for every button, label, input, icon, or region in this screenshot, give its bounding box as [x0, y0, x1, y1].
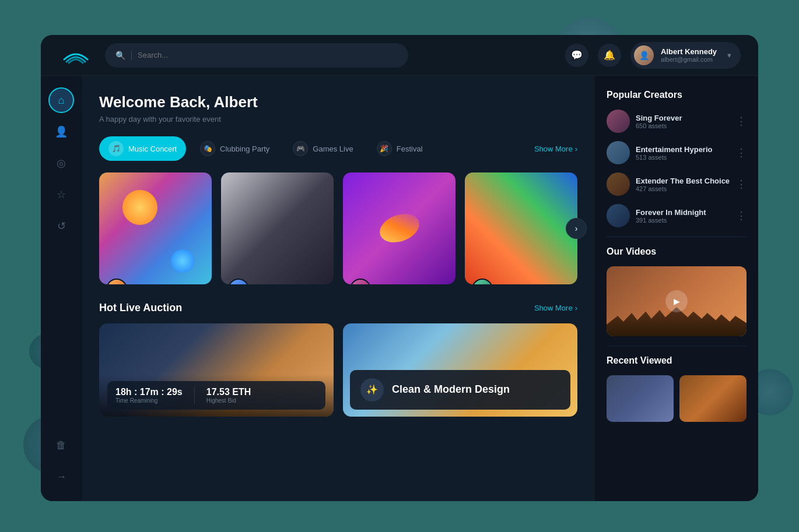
- search-icon: 🔍: [115, 51, 125, 60]
- music-concert-icon: 🎵: [108, 141, 124, 156]
- creator-item-1[interactable]: Sing Forever 650 assets ⋮: [607, 110, 747, 133]
- welcome-subtitle: A happy day with your favorite event: [99, 115, 577, 124]
- modern-design-text: Clean & Modern Design: [392, 383, 510, 396]
- avatar: 👤: [634, 45, 654, 65]
- creator-thumb-3: [607, 172, 630, 196]
- user-email: albert@gmail.com: [661, 56, 717, 63]
- star-icon: ☆: [57, 188, 66, 201]
- tab-games-label: Games Live: [313, 145, 353, 153]
- sidebar-item-profile[interactable]: 👤: [48, 119, 74, 145]
- auction-card-2: ✨ Clean & Modern Design: [343, 323, 577, 417]
- tab-games-live[interactable]: 🎮 Games Live: [283, 136, 362, 161]
- creator-more-icon-4[interactable]: ⋮: [736, 210, 747, 221]
- sidebar-item-home[interactable]: ⌂: [48, 87, 74, 113]
- creator-name-3: Extender The Best Choice: [636, 177, 730, 185]
- tab-clubbing-label: Clubbing Party: [220, 145, 269, 153]
- tab-music-concert-label: Music Concert: [128, 145, 177, 153]
- divider-2: [607, 346, 747, 346]
- creator-more-icon-3[interactable]: ⋮: [736, 179, 747, 189]
- auction-time-label: Time Reamining: [115, 397, 183, 404]
- show-more-auction-button[interactable]: Show More ›: [534, 304, 577, 312]
- right-sidebar: Popular Creators Sing Forever 650 assets…: [595, 76, 758, 501]
- recent-viewed-grid: [607, 375, 747, 422]
- category-tabs: 🎵 Music Concert 🎭 Clubbing Party 🎮 Games…: [99, 136, 577, 161]
- search-bar[interactable]: 🔍: [105, 43, 408, 68]
- divider-1: [607, 237, 747, 237]
- creator-item-3[interactable]: Extender The Best Choice 427 assets ⋮: [607, 172, 747, 196]
- tab-festival[interactable]: 🎉 Festival: [367, 136, 432, 161]
- home-icon: ⌂: [58, 94, 65, 107]
- creator-item-2[interactable]: Entertaiment Hyperio 513 assets ⋮: [607, 141, 747, 164]
- nft-cards-row: ◈ 1.40ETH 320 Your Brain social media ad…: [99, 172, 577, 284]
- creator-assets-1: 650 assets: [636, 122, 682, 129]
- hot-auction-title: Hot Live Auction: [99, 302, 182, 314]
- topbar: 🔍 💬 🔔 👤 Albert Kennedy albert@gmail.com …: [41, 35, 758, 76]
- welcome-title: Welcome Back, Albert: [99, 93, 577, 111]
- user-menu[interactable]: 👤 Albert Kennedy albert@gmail.com ▼: [630, 42, 741, 69]
- sidebar-item-explore[interactable]: ◎: [48, 150, 74, 176]
- recent-viewed-item-1[interactable]: [607, 375, 674, 422]
- user-name: Albert Kennedy: [661, 47, 717, 56]
- main-content: Welcome Back, Albert A happy day with yo…: [82, 76, 595, 501]
- sidebar-item-logout[interactable]: →: [48, 464, 74, 489]
- chevron-right-icon: ›: [575, 145, 577, 153]
- nft-card-4: ◈ 1.86ETH Ancient coins from past Place …: [465, 172, 577, 284]
- chevron-right-icon: ›: [575, 304, 577, 312]
- logout-icon: →: [56, 471, 66, 483]
- video-thumbnail[interactable]: ▶: [607, 266, 747, 336]
- history-icon: ↺: [57, 220, 66, 232]
- auction-card-1: 18h : 17m : 29s Time Reamining 17.53 ETH…: [99, 323, 334, 417]
- creator-thumb-1: [607, 110, 630, 133]
- creator-name-2: Entertaiment Hyperio: [636, 145, 712, 154]
- clubbing-icon: 🎭: [200, 141, 215, 156]
- search-input[interactable]: [138, 51, 398, 59]
- our-videos-title: Our Videos: [607, 246, 747, 257]
- recent-viewed-item-2[interactable]: [679, 375, 747, 422]
- creator-assets-4: 391 assets: [636, 217, 706, 224]
- games-icon: 🎮: [293, 141, 308, 156]
- tab-festival-label: Festival: [397, 145, 423, 153]
- video-play-button[interactable]: ▶: [665, 290, 688, 312]
- modern-design-overlay: ✨ Clean & Modern Design: [350, 370, 570, 410]
- creator-name-1: Sing Forever: [636, 114, 682, 122]
- auction-price-label: Highest Bid: [206, 397, 251, 404]
- auction-info-box-1: 18h : 17m : 29s Time Reamining 17.53 ETH…: [107, 381, 325, 410]
- nft-card-4-image: [465, 172, 577, 284]
- compass-icon: ◎: [57, 157, 66, 170]
- tab-music-concert[interactable]: 🎵 Music Concert: [99, 136, 186, 161]
- tab-clubbing-party[interactable]: 🎭 Clubbing Party: [191, 136, 279, 161]
- creator-assets-3: 427 assets: [636, 185, 730, 192]
- nft-card-1-image: [99, 172, 212, 284]
- user-icon: 👤: [55, 125, 68, 138]
- sidebar-item-favorites[interactable]: ☆: [48, 182, 74, 207]
- sidebar: ⌂ 👤 ◎ ☆ ↺ 🗑 →: [41, 76, 82, 501]
- hot-auction-header: Hot Live Auction Show More ›: [99, 302, 577, 314]
- auction-price: 17.53 ETH: [206, 387, 251, 397]
- nft-card-2-image: [221, 172, 334, 284]
- show-more-categories-button[interactable]: Show More ›: [534, 145, 577, 153]
- auction-time: 18h : 17m : 29s: [115, 387, 183, 397]
- nft-card-2: ◈ 1.50ETH 175 Land damaged by me and nat…: [221, 172, 334, 284]
- next-cards-button[interactable]: ›: [566, 218, 587, 239]
- popular-creators-title: Popular Creators: [607, 90, 747, 100]
- trash-icon: 🗑: [56, 439, 66, 452]
- auction-cards-row: 18h : 17m : 29s Time Reamining 17.53 ETH…: [99, 323, 577, 417]
- messages-button[interactable]: 💬: [565, 44, 588, 67]
- logo: [58, 47, 93, 64]
- wand-icon: ✨: [360, 378, 384, 401]
- creator-more-icon-1[interactable]: ⋮: [736, 116, 747, 126]
- search-divider: [131, 51, 132, 60]
- sidebar-item-trash[interactable]: 🗑: [48, 432, 74, 458]
- notifications-button[interactable]: 🔔: [598, 44, 621, 67]
- app-body: ⌂ 👤 ◎ ☆ ↺ 🗑 → Welcome Back, A: [41, 76, 758, 501]
- nft-card-3: ◈ 1.32ETH 105 Aurora Wave Dark Purple Ma…: [343, 172, 455, 284]
- chevron-down-icon: ▼: [726, 52, 733, 59]
- app-container: 🔍 💬 🔔 👤 Albert Kennedy albert@gmail.com …: [41, 35, 758, 501]
- recent-viewed-title: Recent Viewed: [607, 355, 747, 366]
- creator-more-icon-2[interactable]: ⋮: [736, 147, 747, 158]
- sidebar-item-history[interactable]: ↺: [48, 213, 74, 239]
- creator-thumb-2: [607, 141, 630, 164]
- creator-thumb-4: [607, 204, 630, 227]
- creator-item-4[interactable]: Forever In Midnight 391 assets ⋮: [607, 204, 747, 227]
- creator-assets-2: 513 assets: [636, 154, 712, 161]
